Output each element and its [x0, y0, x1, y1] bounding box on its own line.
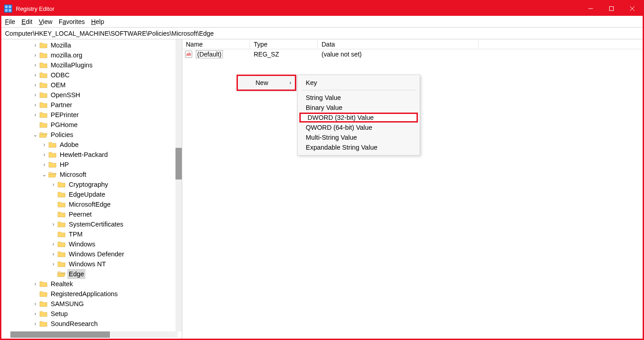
folder-icon	[48, 151, 57, 158]
registry-tree[interactable]: ›Mozilla ›mozilla.org ›MozillaPlugins ›O…	[1, 39, 182, 329]
folder-icon	[57, 201, 66, 208]
folder-icon	[39, 52, 47, 59]
tree-node[interactable]: ›SAMSUNG	[32, 299, 182, 309]
folder-open-icon	[48, 171, 57, 178]
menu-file[interactable]: File	[5, 18, 15, 25]
folder-open-icon	[39, 131, 47, 138]
folder-icon	[57, 221, 66, 228]
folder-icon	[39, 300, 47, 307]
svg-rect-7	[610, 7, 614, 11]
folder-icon	[39, 310, 47, 317]
tree-node[interactable]: ›SystemCertificates	[50, 219, 182, 229]
column-type[interactable]: Type	[250, 39, 318, 49]
tree-node[interactable]: ›MicrosoftEdge	[50, 199, 182, 209]
tree-pane[interactable]: ›Mozilla ›mozilla.org ›MozillaPlugins ›O…	[1, 39, 182, 339]
tree-node[interactable]: ›Windows	[50, 239, 182, 249]
tree-node[interactable]: ›Hewlett-Packard	[41, 150, 182, 160]
column-data[interactable]: Data	[318, 39, 478, 49]
chevron-down-icon[interactable]: ⌄	[32, 130, 38, 140]
app-icon	[4, 5, 12, 13]
tree-node[interactable]: ›mozilla.org	[32, 50, 182, 60]
window: Registry Editor File Edit View Favorites…	[0, 0, 644, 340]
value-row[interactable]: (Default) REG_SZ (value not set)	[182, 49, 643, 59]
menu-item-expandable[interactable]: Expandable String Value	[298, 142, 420, 152]
tree-node[interactable]: ›Windows Defender	[50, 249, 182, 259]
folder-icon	[39, 280, 47, 288]
folder-icon	[48, 141, 57, 148]
folder-icon	[39, 320, 47, 327]
menu-item-qword[interactable]: QWORD (64-bit) Value	[298, 123, 420, 132]
folder-icon	[48, 161, 57, 168]
new-submenu: Key String Value Binary Value DWORD (32-…	[297, 75, 420, 156]
folder-icon	[39, 290, 47, 298]
tree-node-edge[interactable]: ›Edge	[50, 269, 182, 279]
content: ›Mozilla ›mozilla.org ›MozillaPlugins ›O…	[1, 39, 643, 339]
tree-node[interactable]: ›ODBC	[32, 70, 182, 80]
menu-item-string[interactable]: String Value	[298, 93, 420, 103]
tree-node[interactable]: ›Cryptography	[50, 179, 182, 189]
menu-help[interactable]: Help	[91, 18, 104, 25]
titlebar[interactable]: Registry Editor	[1, 1, 643, 16]
address-text: Computer\HKEY_LOCAL_MACHINE\SOFTWARE\Pol…	[5, 30, 214, 37]
scrollbar-thumb[interactable]	[10, 331, 110, 338]
horizontal-scrollbar[interactable]	[10, 331, 178, 338]
tree-node[interactable]: ›Setup	[32, 309, 182, 319]
maximize-button[interactable]	[601, 1, 622, 16]
tree-node[interactable]: ›EdgeUpdate	[50, 189, 182, 199]
value-type: REG_SZ	[250, 51, 318, 58]
context-menu-new[interactable]: New ›	[237, 75, 296, 91]
window-title: Registry Editor	[16, 5, 54, 12]
folder-open-icon	[57, 270, 66, 278]
tree-node[interactable]: ›TPM	[50, 229, 182, 239]
menu-item-binary[interactable]: Binary Value	[298, 103, 420, 113]
menu-item-key[interactable]: Key	[298, 78, 420, 88]
tree-node[interactable]: ›PGHome	[32, 120, 182, 130]
menu-favorites[interactable]: Favorites	[59, 18, 85, 25]
folder-icon	[39, 121, 47, 128]
values-pane[interactable]: Name Type Data (Default) REG_SZ (value n…	[182, 39, 643, 339]
folder-icon	[39, 91, 47, 99]
column-name[interactable]: Name	[182, 39, 250, 49]
tree-node[interactable]: ›Realtek	[32, 279, 182, 289]
minimize-button[interactable]	[580, 1, 601, 16]
menu-view[interactable]: View	[39, 18, 52, 25]
folder-icon	[57, 260, 66, 268]
tree-node[interactable]: ›RegisteredApplications	[32, 289, 182, 299]
tree-node[interactable]: ›Partner	[32, 100, 182, 110]
folder-icon	[39, 101, 47, 109]
tree-node-microsoft[interactable]: ⌄Microsoft	[41, 170, 182, 179]
address-bar[interactable]: Computer\HKEY_LOCAL_MACHINE\SOFTWARE\Pol…	[1, 28, 643, 39]
tree-node[interactable]: ›Adobe	[41, 140, 182, 150]
folder-icon	[57, 191, 66, 198]
tree-node[interactable]: ›Peernet	[50, 209, 182, 219]
folder-icon	[39, 71, 47, 79]
close-button[interactable]	[622, 1, 643, 16]
folder-icon	[57, 211, 66, 218]
menu-item-multistring[interactable]: Multi-String Value	[298, 132, 420, 142]
tree-node-policies[interactable]: ⌄Policies	[32, 130, 182, 140]
scrollbar-thumb[interactable]	[175, 148, 182, 179]
folder-icon	[57, 181, 66, 188]
folder-icon	[57, 241, 66, 248]
folder-icon	[39, 81, 47, 89]
folder-icon	[39, 61, 47, 69]
value-data: (value not set)	[318, 51, 365, 58]
tree-node[interactable]: ›Mozilla	[32, 40, 182, 50]
vertical-scrollbar[interactable]	[175, 39, 182, 331]
chevron-right-icon: ›	[286, 80, 295, 86]
tree-node[interactable]: ›MozillaPlugins	[32, 60, 182, 70]
menu-separator	[301, 90, 416, 90]
tree-node[interactable]: ›OpenSSH	[32, 90, 182, 100]
menu-item-dword[interactable]: DWORD (32-bit) Value	[299, 113, 418, 123]
tree-node[interactable]: ›Windows NT	[50, 259, 182, 269]
tree-node[interactable]: ›SoundResearch	[32, 319, 182, 329]
tree-node[interactable]: ›HP	[41, 160, 182, 170]
tree-node[interactable]: ›PEPrinter	[32, 110, 182, 120]
menu-edit[interactable]: Edit	[22, 18, 33, 25]
folder-icon	[39, 111, 47, 118]
value-name: (Default)	[196, 50, 223, 58]
chevron-down-icon[interactable]: ⌄	[41, 170, 47, 179]
menubar: File Edit View Favorites Help	[1, 16, 643, 28]
tree-node[interactable]: ›OEM	[32, 80, 182, 90]
column-headers: Name Type Data	[182, 39, 643, 49]
